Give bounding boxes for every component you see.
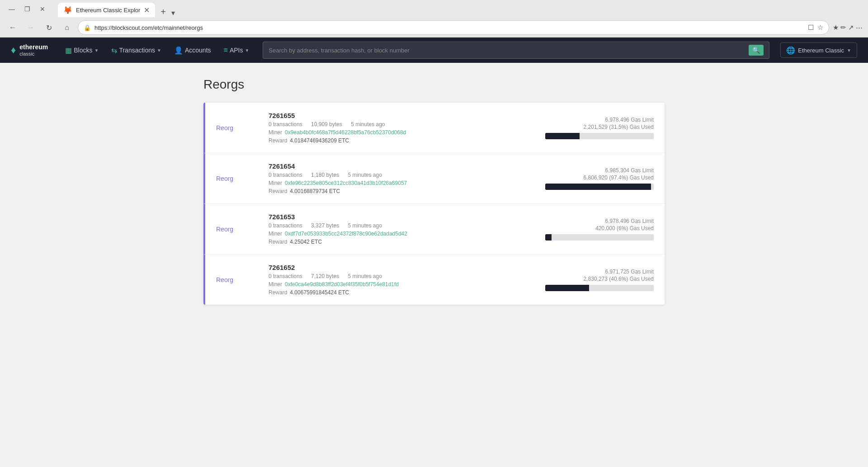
- transaction-count: 0 transactions: [269, 222, 302, 229]
- miner-label: Miner: [269, 231, 282, 237]
- refresh-button[interactable]: ↻: [42, 20, 56, 35]
- pen-icon[interactable]: ✏: [840, 24, 846, 32]
- gas-bar: [545, 133, 580, 139]
- miner-hash[interactable]: 0xfe0ca4e9d8b83ff2d03ef4f35f0b5f754e81d1…: [285, 281, 399, 288]
- block-number[interactable]: 7261653: [269, 213, 545, 221]
- reward-value: 4.01847469436209 ETC: [290, 137, 349, 144]
- gas-used: 6,806,920 (97.4%) Gas Used: [545, 175, 654, 181]
- nav-apis[interactable]: ≡ APIs ▼: [217, 38, 256, 63]
- url-display: https://blockscout.com/etc/mainnet/reorg…: [94, 24, 804, 31]
- lock-icon: 🔒: [84, 24, 91, 31]
- reward-label: Reward: [269, 137, 287, 144]
- transaction-count: 0 transactions: [269, 273, 302, 279]
- reorg-meta: 0 transactions 3,327 bytes 5 minutes ago: [269, 222, 545, 229]
- transactions-icon: ⇆: [111, 46, 117, 55]
- tab-menu-button[interactable]: ▾: [171, 9, 175, 17]
- nav-accounts[interactable]: 👤 Accounts: [168, 38, 217, 63]
- gas-bar: [545, 285, 589, 291]
- accounts-label: Accounts: [185, 47, 211, 54]
- reward-row: Reward 4.01847469436209 ETC: [269, 137, 545, 144]
- apis-icon: ≡: [224, 46, 228, 54]
- maximize-button[interactable]: ❐: [21, 3, 33, 15]
- apis-dropdown-icon: ▼: [245, 48, 249, 53]
- reader-view-icon[interactable]: ☐: [808, 24, 814, 32]
- reorg-info: 7261654 0 transactions 1,180 bytes 5 min…: [261, 162, 545, 194]
- miner-row: Miner 0xfe96c2235e805ce312cc830a41d3b10f…: [269, 180, 545, 186]
- gas-bar-container: [545, 285, 654, 291]
- active-tab[interactable]: 🦊 Ethereum Classic Explor ✕: [58, 3, 155, 17]
- transactions-label: Transactions: [119, 47, 155, 54]
- time-ago: 5 minutes ago: [351, 121, 385, 127]
- block-number[interactable]: 7261652: [269, 264, 545, 271]
- reorg-gas: 6,978,496 Gas Limit 2,201,529 (31.5%) Ga…: [545, 117, 654, 139]
- search-button[interactable]: 🔍: [749, 45, 764, 56]
- transaction-count: 0 transactions: [269, 121, 302, 127]
- reorg-label: Reorg: [216, 124, 261, 132]
- reorg-item: Reorg 7261653 0 transactions 3,327 bytes…: [203, 204, 665, 255]
- network-icon: 🌐: [786, 46, 795, 55]
- minimize-button[interactable]: —: [5, 3, 18, 15]
- address-bar-row: ← → ↻ ⌂ 🔒 https://blockscout.com/etc/mai…: [0, 18, 868, 37]
- blocks-dropdown-icon: ▼: [94, 48, 99, 53]
- logo-text: ethereum classic: [19, 43, 48, 57]
- favorites-icon[interactable]: ★: [833, 24, 839, 32]
- reward-row: Reward 4.25042 ETC: [269, 239, 545, 245]
- bookmark-icon[interactable]: ☆: [817, 24, 823, 32]
- browser-toolbar-icons: ★ ✏ ↗ ⋯: [833, 24, 863, 32]
- nav-transactions[interactable]: ⇆ Transactions ▼: [105, 38, 168, 63]
- search-input[interactable]: [269, 47, 745, 54]
- reorg-gas: 6,985,304 Gas Limit 6,806,920 (97.4%) Ga…: [545, 167, 654, 190]
- gas-bar-container: [545, 234, 654, 241]
- nav-blocks[interactable]: ▦ Blocks ▼: [59, 38, 105, 63]
- gas-bar-container: [545, 133, 654, 139]
- network-selector[interactable]: 🌐 Ethereum Classic ▼: [780, 42, 857, 58]
- reorg-meta: 0 transactions 7,120 bytes 5 minutes ago: [269, 273, 545, 279]
- miner-row: Miner 0xfe0ca4e9d8b83ff2d03ef4f35f0b5f75…: [269, 281, 545, 288]
- new-tab-button[interactable]: +: [157, 7, 170, 17]
- miner-hash[interactable]: 0x9eab4b0fc468a7f5d46228bf5a76cb52370d06…: [285, 129, 406, 136]
- tab-close-icon[interactable]: ✕: [144, 6, 150, 14]
- back-button[interactable]: ←: [5, 20, 20, 35]
- share-icon[interactable]: ↗: [848, 24, 854, 32]
- browser-window-controls: — ❐ ✕: [5, 3, 49, 15]
- home-button[interactable]: ⌂: [60, 20, 74, 35]
- gas-limit: 6,978,496 Gas Limit: [545, 218, 654, 224]
- time-ago: 5 minutes ago: [348, 222, 382, 229]
- search-bar[interactable]: 🔍: [263, 42, 769, 59]
- gas-used: 420,000 (6%) Gas Used: [545, 225, 654, 231]
- reorg-item: Reorg 7261655 0 transactions 10,909 byte…: [203, 103, 665, 153]
- time-ago: 5 minutes ago: [348, 273, 382, 279]
- browser-titlebar: — ❐ ✕ 🦊 Ethereum Classic Explor ✕ + ▾: [0, 0, 868, 18]
- miner-row: Miner 0x9eab4b0fc468a7f5d46228bf5a76cb52…: [269, 129, 545, 136]
- tab-bar: 🦊 Ethereum Classic Explor ✕ + ▾: [54, 1, 863, 17]
- gas-limit: 6,971,725 Gas Limit: [545, 269, 654, 275]
- reorg-label: Reorg: [216, 276, 261, 283]
- apis-label: APIs: [230, 47, 243, 54]
- reorg-label: Reorg: [216, 226, 261, 233]
- site-logo[interactable]: ♦ ethereum classic: [11, 43, 48, 57]
- accounts-icon: 👤: [174, 46, 183, 55]
- network-label: Ethereum Classic: [798, 47, 844, 54]
- more-options-icon[interactable]: ⋯: [856, 24, 863, 32]
- gas-used: 2,830,273 (40.6%) Gas Used: [545, 276, 654, 282]
- block-number[interactable]: 7261655: [269, 112, 545, 119]
- block-number[interactable]: 7261654: [269, 162, 545, 170]
- close-button[interactable]: ✕: [36, 3, 49, 15]
- miner-row: Miner 0xdf7d7e053933b5cc24372f878c90e62d…: [269, 231, 545, 237]
- miner-hash[interactable]: 0xdf7d7e053933b5cc24372f878c90e62dadad5d…: [285, 231, 407, 237]
- forward-button[interactable]: →: [24, 20, 38, 35]
- blocks-icon: ▦: [65, 46, 72, 55]
- gas-limit: 6,978,496 Gas Limit: [545, 117, 654, 123]
- miner-hash[interactable]: 0xfe96c2235e805ce312cc830a41d3b10f26a690…: [285, 180, 407, 186]
- byte-size: 1,180 bytes: [311, 172, 339, 178]
- address-bar[interactable]: 🔒 https://blockscout.com/etc/mainnet/reo…: [78, 20, 829, 35]
- reward-label: Reward: [269, 188, 287, 194]
- reorg-gas: 6,978,496 Gas Limit 420,000 (6%) Gas Use…: [545, 218, 654, 241]
- byte-size: 3,327 bytes: [311, 222, 339, 229]
- reorg-info: 7261655 0 transactions 10,909 bytes 5 mi…: [261, 112, 545, 144]
- blocks-label: Blocks: [74, 47, 92, 54]
- reorg-item: Reorg 7261652 0 transactions 7,120 bytes…: [203, 255, 665, 305]
- reward-row: Reward 4.00168879734 ETC: [269, 188, 545, 194]
- reward-value: 4.00675991845424 ETC: [290, 289, 349, 296]
- miner-label: Miner: [269, 180, 282, 186]
